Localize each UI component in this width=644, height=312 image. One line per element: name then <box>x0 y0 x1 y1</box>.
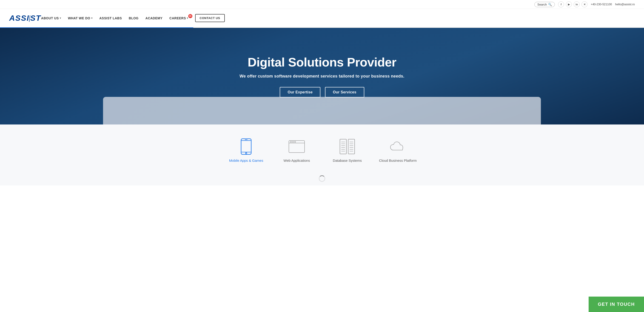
database-systems-icon <box>339 138 356 155</box>
svg-rect-10 <box>340 139 346 154</box>
our-services-button[interactable]: Our Services <box>325 87 364 98</box>
our-expertise-button[interactable]: Our Expertise <box>280 87 320 98</box>
logo-text: ASS <box>9 14 27 22</box>
loading-spinner <box>319 175 325 182</box>
linkedin-icon[interactable]: in <box>574 2 580 7</box>
cloud-platform-label: Cloud Business Platform <box>379 159 417 162</box>
top-bar: Search 🔍 f ▶ in ✕ +40-230-521100 hello@a… <box>0 0 644 9</box>
service-mobile-apps[interactable]: Mobile Apps & Games <box>221 138 272 162</box>
web-applications-label: Web Applications <box>284 159 310 162</box>
logo-highlight: IST <box>27 14 41 22</box>
services-section: Mobile Apps & Games Web Applications <box>0 125 644 172</box>
card-tray <box>103 97 541 125</box>
chevron-down-icon: ▾ <box>91 17 92 19</box>
contact-info: +40-230-521100 hello@assist.ro <box>591 3 635 6</box>
xing-icon[interactable]: ✕ <box>582 2 588 7</box>
mobile-apps-icon <box>238 138 254 155</box>
careers-badge: 16 <box>188 14 192 18</box>
svg-rect-11 <box>348 139 355 154</box>
chevron-down-icon: ▾ <box>187 17 188 19</box>
web-applications-icon <box>288 138 305 155</box>
youtube-icon[interactable]: ▶ <box>566 2 572 7</box>
svg-point-7 <box>290 141 292 142</box>
nav-assist-labs[interactable]: ASSIST LABS <box>99 16 122 20</box>
hero-buttons: Our Expertise Our Services <box>240 87 404 98</box>
service-database-systems[interactable]: Database Systems <box>322 138 372 162</box>
hero-subheading: We offer custom software development ser… <box>240 74 404 79</box>
mobile-apps-label: Mobile Apps & Games <box>229 159 263 162</box>
svg-point-8 <box>292 141 294 142</box>
nav-careers[interactable]: CAREERS 16 ▾ <box>170 16 188 20</box>
contact-us-button[interactable]: CONTACT US <box>195 14 225 22</box>
svg-point-3 <box>246 153 247 154</box>
logo[interactable]: ASSIST <box>9 14 41 23</box>
nav-contact-us[interactable]: CONTACT US <box>195 14 225 22</box>
chevron-down-icon: ▾ <box>60 17 61 19</box>
svg-rect-4 <box>245 139 248 140</box>
search-icon: 🔍 <box>548 3 552 6</box>
service-cloud-platform[interactable]: Cloud Business Platform <box>372 138 423 162</box>
search-box[interactable]: Search 🔍 <box>534 2 555 7</box>
nav-what-we-do[interactable]: WHAT WE DO ▾ <box>68 16 92 20</box>
email-address: hello@assist.ro <box>615 3 635 6</box>
hero-section: Digital Solutions Provider We offer cust… <box>0 28 644 125</box>
nav-blog[interactable]: BLOG <box>129 16 138 20</box>
svg-point-9 <box>294 141 296 142</box>
nav-academy[interactable]: ACADEMY <box>146 16 162 20</box>
navbar: ASSIST ABOUT US ▾ WHAT WE DO ▾ ASSIST LA… <box>0 9 644 27</box>
facebook-icon[interactable]: f <box>558 2 564 7</box>
database-systems-label: Database Systems <box>333 159 362 162</box>
service-web-applications[interactable]: Web Applications <box>272 138 322 162</box>
cloud-platform-icon <box>390 138 406 155</box>
search-label: Search <box>537 3 547 6</box>
loading-area <box>0 172 644 185</box>
hero-content: Digital Solutions Provider We offer cust… <box>235 55 409 98</box>
phone-number: +40-230-521100 <box>591 3 612 6</box>
social-icons: f ▶ in ✕ <box>558 2 588 7</box>
nav-links: ABOUT US ▾ WHAT WE DO ▾ ASSIST LABS BLOG… <box>41 14 225 22</box>
nav-about-us[interactable]: ABOUT US ▾ <box>41 16 61 20</box>
hero-heading: Digital Solutions Provider <box>240 55 404 69</box>
